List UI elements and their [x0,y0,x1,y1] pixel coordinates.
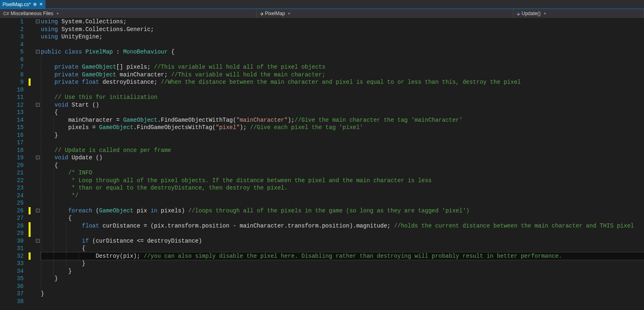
line-number: 34 [0,268,24,275]
line-number: 7 [0,63,24,71]
tab-title: PixelMap.cs* [2,2,31,7]
csharp-icon: C# [3,11,9,16]
code-line[interactable] [41,86,644,94]
line-number: 31 [0,245,24,252]
line-number: 10 [0,86,24,94]
change-mark [29,78,31,86]
code-line[interactable]: public class PixelMap : MonoBehaviour { [41,48,644,56]
code-area[interactable]: using System.Collections;using System.Co… [41,18,644,310]
editor[interactable]: 1234567891011121314151617181920212223242… [0,18,644,310]
nav-bar: C# Miscellaneous Files ▾ ⬗ PixelMap ▾ ⬙ … [0,9,644,18]
close-icon[interactable]: ✕ [39,2,43,7]
nav-class-label: PixelMap [265,11,285,16]
tab-pixelmap[interactable]: PixelMap.cs* ⊕ ✕ [0,0,46,9]
tab-bar: PixelMap.cs* ⊕ ✕ [0,0,644,9]
code-line[interactable] [41,230,644,237]
code-line[interactable]: /* INFO [41,169,644,177]
code-line[interactable]: mainCharacter = GameObject.FindGameObjec… [41,116,644,124]
line-number: 15 [0,124,24,132]
line-number: 24 [0,192,24,200]
pin-icon[interactable]: ⊕ [33,2,37,7]
line-number: 23 [0,184,24,192]
line-number: 35 [0,275,24,283]
code-line[interactable]: void Start () [41,101,644,109]
code-line[interactable]: } [41,268,644,275]
line-number: 2 [0,26,24,33]
code-line[interactable]: void Update () [41,154,644,162]
change-mark [29,207,31,214]
line-number: 22 [0,177,24,185]
code-line[interactable]: pixels = GameObject.FindGameObjectsWithT… [41,124,644,132]
line-number: 4 [0,41,24,49]
line-number: 21 [0,169,24,177]
code-line[interactable]: * Loop through all of the pixel objects.… [41,177,644,185]
change-mark [29,230,31,237]
code-line[interactable]: } [41,275,644,283]
chevron-down-icon: ▾ [544,11,546,16]
chevron-down-icon: ▾ [57,11,59,16]
code-line[interactable]: using System.Collections.Generic; [41,26,644,33]
line-number: 3 [0,33,24,41]
line-number: 19 [0,154,24,162]
code-line[interactable] [41,56,644,64]
line-number: 12 [0,101,24,109]
line-number: 26 [0,207,24,215]
line-number: 33 [0,260,24,268]
line-number: 25 [0,199,24,207]
code-line[interactable]: float curDistance = (pix.transform.posit… [41,222,644,230]
nav-member[interactable]: ⬙ Update() ▾ [513,9,644,18]
line-number: 13 [0,109,24,116]
code-line[interactable] [41,199,644,207]
code-line[interactable]: { [41,214,644,222]
code-line[interactable]: */ [41,192,644,200]
code-line[interactable]: using System.Collections; [41,18,644,26]
change-mark [29,252,31,260]
code-line[interactable] [41,139,644,147]
code-line[interactable]: private GameObject mainCharacter; //This… [41,71,644,79]
code-line[interactable]: if (curDistance <= destroyDistance) [41,237,644,245]
code-line[interactable]: using UnityEngine; [41,33,644,41]
line-number: 28 [0,222,24,230]
code-line[interactable]: private GameObject[] pixels; //This vari… [41,63,644,71]
code-line[interactable]: // Use this for initialization [41,94,644,101]
code-line[interactable]: { [41,245,644,252]
class-icon: ⬗ [260,11,263,16]
line-number: 36 [0,283,24,290]
code-line[interactable] [41,41,644,49]
code-line[interactable] [41,283,644,290]
line-number: 20 [0,162,24,169]
change-mark [29,222,31,230]
nav-scope[interactable]: C# Miscellaneous Files ▾ [0,9,257,18]
line-number: 16 [0,132,24,139]
code-line[interactable]: Destroy(pix); //you can also simply disa… [41,252,644,260]
nav-scope-label: Miscellaneous Files [11,11,53,16]
line-number: 38 [0,298,24,306]
line-number: 5 [0,48,24,56]
code-line[interactable] [41,298,644,306]
nav-class[interactable]: ⬗ PixelMap ▾ [257,9,513,18]
line-number: 30 [0,237,24,245]
code-line[interactable]: } [41,290,644,298]
line-number: 9 [0,78,24,86]
code-line[interactable]: private float destroyDistance; //When th… [41,78,644,86]
line-number: 37 [0,290,24,298]
chevron-down-icon: ▾ [288,11,290,16]
line-number: 17 [0,139,24,147]
line-number: 32 [0,252,24,260]
fold-toggle[interactable]: − [36,209,40,212]
fold-toggle[interactable]: − [36,50,40,54]
code-line[interactable]: foreach (GameObject pix in pixels) //loo… [41,207,644,215]
code-line[interactable]: } [41,260,644,268]
code-line[interactable]: * than or equal to the destroyDistance, … [41,184,644,192]
fold-toggle[interactable]: − [36,103,40,107]
fold-toggle[interactable]: − [36,20,40,23]
line-number: 27 [0,214,24,222]
change-margin [28,18,35,310]
fold-toggle[interactable]: − [36,239,40,243]
fold-toggle[interactable]: − [36,156,40,159]
line-number: 1 [0,18,24,26]
code-line[interactable]: } [41,132,644,139]
code-line[interactable]: { [41,162,644,169]
code-line[interactable]: // Update is called once per frame [41,147,644,154]
code-line[interactable]: { [41,109,644,116]
